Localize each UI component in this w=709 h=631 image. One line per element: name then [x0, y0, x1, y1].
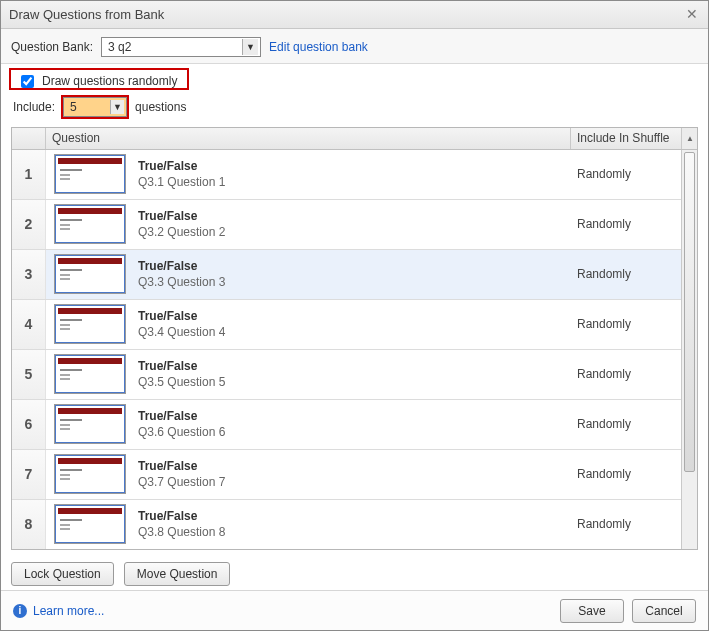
question-title: Q3.3 Question 3 — [138, 275, 571, 289]
titlebar: Draw Questions from Bank ✕ — [1, 1, 708, 29]
table-row[interactable]: 5True/FalseQ3.5 Question 5Randomly — [12, 350, 681, 400]
cancel-button[interactable]: Cancel — [632, 599, 696, 623]
question-cell: True/FalseQ3.2 Question 2 — [134, 209, 571, 239]
dialog-draw-questions: Draw Questions from Bank ✕ Question Bank… — [0, 0, 709, 631]
table-row[interactable]: 3True/FalseQ3.3 Question 3Randomly — [12, 250, 681, 300]
question-cell: True/FalseQ3.4 Question 4 — [134, 309, 571, 339]
row-number: 6 — [12, 400, 46, 449]
question-type: True/False — [138, 459, 571, 473]
include-cell: Randomly — [571, 267, 681, 281]
info-icon: i — [13, 604, 27, 618]
bank-select[interactable]: 3 q2 ▼ — [101, 37, 261, 57]
learn-more-link[interactable]: Learn more... — [33, 604, 104, 618]
question-title: Q3.6 Question 6 — [138, 425, 571, 439]
bank-row: Question Bank: 3 q2 ▼ Edit question bank — [1, 29, 708, 64]
col-header-include[interactable]: Include In Shuffle — [571, 128, 681, 149]
col-header-number — [12, 128, 46, 149]
footer-buttons: Save Cancel — [560, 599, 696, 623]
row-number: 4 — [12, 300, 46, 349]
dialog-title: Draw Questions from Bank — [9, 7, 164, 22]
move-question-button[interactable]: Move Question — [124, 562, 231, 586]
question-title: Q3.8 Question 8 — [138, 525, 571, 539]
slide-thumbnail[interactable] — [54, 354, 126, 394]
footer: i Learn more... Save Cancel — [1, 590, 708, 630]
close-icon[interactable]: ✕ — [684, 7, 700, 23]
include-label: Include: — [13, 100, 55, 114]
table-row[interactable]: 1True/FalseQ3.1 Question 1Randomly — [12, 150, 681, 200]
slide-thumbnail[interactable] — [54, 504, 126, 544]
table-row[interactable]: 2True/FalseQ3.2 Question 2Randomly — [12, 200, 681, 250]
include-cell: Randomly — [571, 467, 681, 481]
question-cell: True/FalseQ3.1 Question 1 — [134, 159, 571, 189]
col-header-question[interactable]: Question — [46, 128, 571, 149]
question-title: Q3.1 Question 1 — [138, 175, 571, 189]
slide-thumbnail[interactable] — [54, 254, 126, 294]
question-type: True/False — [138, 259, 571, 273]
scrollbar[interactable] — [681, 150, 697, 550]
include-cell: Randomly — [571, 167, 681, 181]
question-type: True/False — [138, 359, 571, 373]
chevron-down-icon: ▼ — [110, 100, 124, 114]
row-number: 7 — [12, 450, 46, 499]
grid-rows: 1True/FalseQ3.1 Question 1Randomly2True/… — [12, 150, 681, 550]
row-number: 5 — [12, 350, 46, 399]
question-cell: True/FalseQ3.7 Question 7 — [134, 459, 571, 489]
slide-thumbnail[interactable] — [54, 204, 126, 244]
row-number: 2 — [12, 200, 46, 249]
grid-body: 1True/FalseQ3.1 Question 1Randomly2True/… — [12, 150, 697, 550]
draw-randomly-group: Draw questions randomly — [9, 68, 189, 90]
question-type: True/False — [138, 309, 571, 323]
include-count-value: 5 — [70, 100, 77, 114]
question-cell: True/FalseQ3.3 Question 3 — [134, 259, 571, 289]
save-button[interactable]: Save — [560, 599, 624, 623]
question-type: True/False — [138, 209, 571, 223]
slide-thumbnail[interactable] — [54, 404, 126, 444]
question-cell: True/FalseQ3.5 Question 5 — [134, 359, 571, 389]
include-cell: Randomly — [571, 417, 681, 431]
question-title: Q3.2 Question 2 — [138, 225, 571, 239]
question-type: True/False — [138, 159, 571, 173]
include-row: Include: 5 ▼ questions — [1, 91, 708, 127]
bank-label: Question Bank: — [11, 40, 93, 54]
grid-header: Question Include In Shuffle — [12, 128, 697, 150]
include-cell: Randomly — [571, 317, 681, 331]
scrollbar-thumb[interactable] — [684, 152, 695, 472]
scroll-up-icon[interactable] — [681, 128, 697, 149]
include-count-select[interactable]: 5 ▼ — [63, 97, 127, 117]
grid-action-row: Lock Question Move Question — [1, 556, 708, 590]
edit-bank-link[interactable]: Edit question bank — [269, 40, 368, 54]
table-row[interactable]: 4True/FalseQ3.4 Question 4Randomly — [12, 300, 681, 350]
question-title: Q3.5 Question 5 — [138, 375, 571, 389]
table-row[interactable]: 6True/FalseQ3.6 Question 6Randomly — [12, 400, 681, 450]
question-grid: Question Include In Shuffle 1True/FalseQ… — [11, 127, 698, 551]
include-cell: Randomly — [571, 367, 681, 381]
question-title: Q3.4 Question 4 — [138, 325, 571, 339]
draw-randomly-label: Draw questions randomly — [42, 74, 177, 88]
slide-thumbnail[interactable] — [54, 304, 126, 344]
question-type: True/False — [138, 509, 571, 523]
include-suffix: questions — [135, 100, 186, 114]
lock-question-button[interactable]: Lock Question — [11, 562, 114, 586]
learn-more-group: i Learn more... — [13, 604, 104, 618]
row-number: 8 — [12, 500, 46, 549]
table-row[interactable]: 7True/FalseQ3.7 Question 7Randomly — [12, 450, 681, 500]
row-number: 3 — [12, 250, 46, 299]
slide-thumbnail[interactable] — [54, 454, 126, 494]
row-number: 1 — [12, 150, 46, 199]
question-cell: True/FalseQ3.8 Question 8 — [134, 509, 571, 539]
include-cell: Randomly — [571, 517, 681, 531]
question-title: Q3.7 Question 7 — [138, 475, 571, 489]
slide-thumbnail[interactable] — [54, 154, 126, 194]
draw-randomly-checkbox[interactable] — [21, 75, 34, 88]
chevron-down-icon: ▼ — [242, 39, 258, 55]
question-cell: True/FalseQ3.6 Question 6 — [134, 409, 571, 439]
table-row[interactable]: 8True/FalseQ3.8 Question 8Randomly — [12, 500, 681, 550]
question-type: True/False — [138, 409, 571, 423]
include-cell: Randomly — [571, 217, 681, 231]
bank-select-value: 3 q2 — [108, 40, 131, 54]
